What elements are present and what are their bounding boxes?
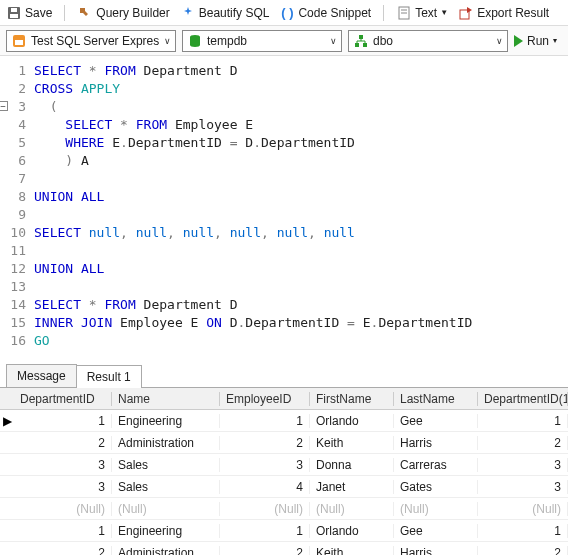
code-line[interactable]: ( (34, 98, 568, 116)
col-header[interactable]: LastName (394, 392, 478, 406)
cell[interactable]: 2 (14, 546, 112, 556)
run-button[interactable]: Run ▾ (514, 34, 557, 48)
code-line[interactable]: SELECT * FROM Department D (34, 62, 568, 80)
play-icon (514, 35, 523, 47)
cell[interactable]: Gee (394, 524, 478, 538)
cell[interactable]: Janet (310, 480, 394, 494)
cell[interactable]: (Null) (112, 502, 220, 516)
cell[interactable]: 2 (478, 436, 568, 450)
cell[interactable]: 2 (14, 436, 112, 450)
cell[interactable]: Gee (394, 414, 478, 428)
cell[interactable]: (Null) (14, 502, 112, 516)
code-line[interactable]: UNION ALL (34, 188, 568, 206)
database-selector[interactable]: tempdb ∨ (182, 30, 342, 52)
svg-rect-1 (10, 14, 18, 18)
code-line[interactable]: ) A (34, 152, 568, 170)
cell[interactable]: Harris (394, 546, 478, 556)
cell[interactable]: 3 (478, 480, 568, 494)
code-line[interactable]: INNER JOIN Employee E ON D.DepartmentID … (34, 314, 568, 332)
table-row[interactable]: 2Administration2KeithHarris2 (0, 542, 568, 555)
cell[interactable]: Keith (310, 436, 394, 450)
cell[interactable]: 1 (478, 524, 568, 538)
svg-rect-8 (15, 40, 23, 45)
table-row[interactable]: 3Sales4JanetGates3 (0, 476, 568, 498)
code-line[interactable]: SELECT * FROM Department D (34, 296, 568, 314)
cell[interactable]: (Null) (394, 502, 478, 516)
cell[interactable]: 1 (14, 524, 112, 538)
cell[interactable]: 3 (14, 458, 112, 472)
code-line[interactable]: SELECT null, null, null, null, null, nul… (34, 224, 568, 242)
code-line[interactable]: CROSS APPLY (34, 80, 568, 98)
cell[interactable]: 2 (220, 546, 310, 556)
table-row[interactable]: 3Sales3DonnaCarreras3 (0, 454, 568, 476)
cell[interactable]: 3 (478, 458, 568, 472)
code-line[interactable] (34, 278, 568, 296)
query-builder-button[interactable]: Query Builder (77, 5, 169, 21)
col-header[interactable]: FirstName (310, 392, 394, 406)
code-line[interactable] (34, 242, 568, 260)
code-line[interactable]: GO (34, 332, 568, 350)
fold-toggle-icon[interactable]: − (0, 101, 8, 111)
cell[interactable]: 2 (478, 546, 568, 556)
line-number: 1 (0, 62, 26, 80)
col-header[interactable]: DepartmentID (14, 392, 112, 406)
beautify-button[interactable]: Beautify SQL (180, 5, 270, 21)
svg-rect-12 (363, 43, 367, 47)
table-row[interactable]: ▶1Engineering1OrlandoGee1 (0, 410, 568, 432)
cell[interactable]: 4 (220, 480, 310, 494)
tab-result-1[interactable]: Result 1 (76, 365, 142, 388)
cell[interactable]: 1 (220, 414, 310, 428)
svg-rect-10 (359, 35, 363, 39)
cell[interactable]: (Null) (478, 502, 568, 516)
row-marker: ▶ (0, 414, 14, 428)
cell[interactable]: 1 (220, 524, 310, 538)
table-row[interactable]: 2Administration2KeithHarris2 (0, 432, 568, 454)
col-header[interactable]: EmployeeID (220, 392, 310, 406)
col-header[interactable]: Name (112, 392, 220, 406)
cell[interactable]: (Null) (220, 502, 310, 516)
cell[interactable]: (Null) (310, 502, 394, 516)
schema-selector[interactable]: dbo ∨ (348, 30, 508, 52)
export-result-button[interactable]: Export Result (458, 5, 549, 21)
cell[interactable]: Engineering (112, 524, 220, 538)
cell[interactable]: Carreras (394, 458, 478, 472)
cell[interactable]: Sales (112, 458, 220, 472)
cell[interactable]: Gates (394, 480, 478, 494)
line-number: 15 (0, 314, 26, 332)
cell[interactable]: 1 (14, 414, 112, 428)
table-row[interactable]: 1Engineering1OrlandoGee1 (0, 520, 568, 542)
sql-editor[interactable]: 123−45678910111213141516 SELECT * FROM D… (0, 56, 568, 360)
database-icon (187, 33, 203, 49)
code-line[interactable]: SELECT * FROM Employee E (34, 116, 568, 134)
cell[interactable]: Sales (112, 480, 220, 494)
cell[interactable]: Harris (394, 436, 478, 450)
cell[interactable]: Engineering (112, 414, 220, 428)
cell[interactable]: Orlando (310, 524, 394, 538)
cell[interactable]: 3 (14, 480, 112, 494)
text-button[interactable]: Text ▼ (396, 5, 448, 21)
col-header[interactable]: DepartmentID(1) (478, 392, 568, 406)
tab-message[interactable]: Message (6, 364, 77, 387)
svg-rect-11 (355, 43, 359, 47)
code-area[interactable]: SELECT * FROM Department DCROSS APPLY ( … (34, 62, 568, 350)
cell[interactable]: Administration (112, 436, 220, 450)
line-gutter: 123−45678910111213141516 (0, 62, 34, 350)
cell[interactable]: 1 (478, 414, 568, 428)
cell[interactable]: Administration (112, 546, 220, 556)
cell[interactable]: Keith (310, 546, 394, 556)
table-row[interactable]: (Null)(Null)(Null)(Null)(Null)(Null) (0, 498, 568, 520)
cell[interactable]: 3 (220, 458, 310, 472)
cell[interactable]: 2 (220, 436, 310, 450)
line-number: 8 (0, 188, 26, 206)
grid-body: ▶1Engineering1OrlandoGee12Administration… (0, 410, 568, 555)
connection-selector[interactable]: Test SQL Server Expres ∨ (6, 30, 176, 52)
code-line[interactable]: UNION ALL (34, 260, 568, 278)
cell[interactable]: Orlando (310, 414, 394, 428)
cell[interactable]: Donna (310, 458, 394, 472)
code-line[interactable] (34, 170, 568, 188)
code-snippet-button[interactable]: ( ) Code Snippet (279, 5, 371, 21)
run-label: Run (527, 34, 549, 48)
code-line[interactable]: WHERE E.DepartmentID = D.DepartmentID (34, 134, 568, 152)
code-line[interactable] (34, 206, 568, 224)
save-button[interactable]: Save (6, 5, 52, 21)
